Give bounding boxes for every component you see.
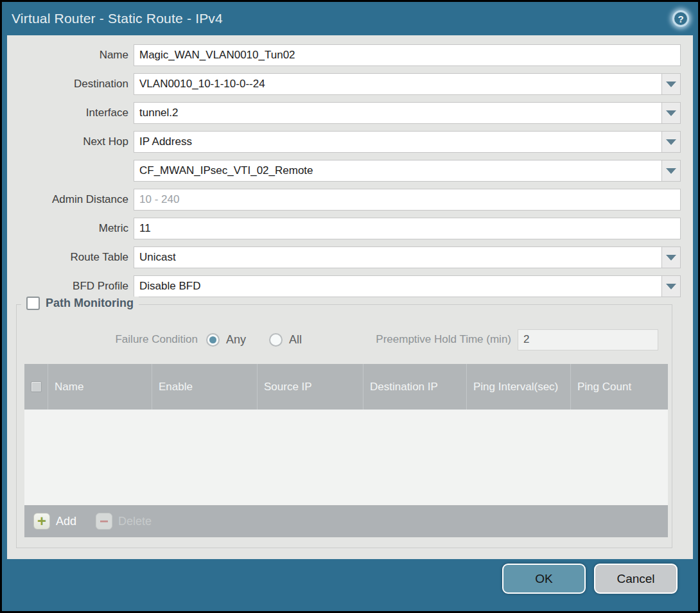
table-body-empty bbox=[24, 410, 668, 505]
name-input[interactable] bbox=[134, 44, 681, 66]
column-header-name: Name bbox=[48, 364, 152, 410]
route-table-row: Route Table bbox=[7, 246, 681, 268]
bfd-profile-row: BFD Profile bbox=[7, 275, 681, 297]
dialog-window: Virtual Router - Static Route - IPv4 ? N… bbox=[0, 0, 700, 613]
destination-dropdown-button[interactable] bbox=[661, 73, 681, 95]
chevron-down-icon bbox=[666, 255, 676, 261]
header-checkbox-cell bbox=[24, 364, 48, 410]
failure-condition-any-radio[interactable] bbox=[206, 333, 220, 347]
route-table-label: Route Table bbox=[7, 251, 134, 264]
failure-condition-all-radio[interactable] bbox=[269, 333, 283, 347]
next-hop-dropdown-button[interactable] bbox=[661, 131, 681, 153]
next-hop-row: Next Hop bbox=[7, 131, 681, 153]
failure-condition-all-label: All bbox=[289, 333, 302, 347]
radio-dot bbox=[209, 336, 216, 343]
metric-input[interactable] bbox=[134, 218, 681, 239]
add-button[interactable]: + Add bbox=[33, 513, 76, 530]
route-table-input[interactable] bbox=[134, 246, 661, 268]
chevron-down-icon bbox=[666, 139, 676, 145]
destination-combo bbox=[134, 73, 681, 95]
footer-bar: OK Cancel bbox=[2, 555, 698, 611]
bfd-profile-input[interactable] bbox=[134, 275, 661, 297]
admin-distance-input[interactable] bbox=[134, 189, 681, 211]
minus-icon: − bbox=[96, 513, 112, 530]
admin-distance-label: Admin Distance bbox=[7, 193, 134, 206]
column-header-destination-ip: Destination IP bbox=[363, 364, 466, 410]
interface-row: Interface bbox=[7, 102, 681, 124]
chevron-down-icon bbox=[666, 110, 676, 116]
interface-input[interactable] bbox=[134, 102, 661, 124]
help-icon[interactable]: ? bbox=[672, 10, 689, 27]
route-table-combo bbox=[134, 246, 681, 268]
chevron-down-icon bbox=[666, 284, 676, 289]
destination-row: Destination bbox=[7, 73, 681, 95]
failure-condition-label: Failure Condition bbox=[17, 333, 198, 346]
bfd-profile-label: BFD Profile bbox=[7, 280, 134, 293]
add-button-label: Add bbox=[56, 515, 76, 528]
route-table-dropdown-button[interactable] bbox=[661, 246, 681, 268]
cancel-button[interactable]: Cancel bbox=[594, 564, 678, 594]
failure-condition-any-label: Any bbox=[226, 333, 246, 347]
path-monitoring-title: Path Monitoring bbox=[46, 297, 134, 310]
chevron-down-icon bbox=[666, 168, 676, 174]
name-label: Name bbox=[7, 49, 134, 62]
name-row: Name bbox=[7, 44, 681, 66]
next-hop-type-input[interactable] bbox=[134, 131, 661, 153]
dialog-title: Virtual Router - Static Route - IPv4 bbox=[12, 11, 223, 26]
plus-icon: + bbox=[33, 513, 50, 530]
interface-combo bbox=[134, 102, 681, 124]
path-monitoring-legend: Path Monitoring bbox=[21, 297, 139, 310]
preemptive-hold-time-label: Preemptive Hold Time (min) bbox=[376, 333, 518, 346]
title-bar: Virtual Router - Static Route - IPv4 ? bbox=[2, 2, 698, 35]
delete-button[interactable]: − Delete bbox=[96, 513, 152, 530]
destination-label: Destination bbox=[7, 78, 134, 91]
column-header-enable: Enable bbox=[152, 364, 257, 410]
table-header: Name Enable Source IP Destination IP Pin… bbox=[24, 364, 668, 410]
column-header-ping-count: Ping Count bbox=[570, 364, 668, 410]
select-all-checkbox[interactable] bbox=[31, 381, 42, 392]
next-hop-address-row bbox=[7, 160, 681, 182]
next-hop-label: Next Hop bbox=[7, 135, 134, 148]
next-hop-address-combo bbox=[134, 160, 681, 182]
preemptive-hold-time-input[interactable] bbox=[518, 329, 658, 350]
next-hop-combo bbox=[134, 131, 681, 153]
destination-input[interactable] bbox=[134, 73, 661, 95]
delete-button-label: Delete bbox=[118, 515, 152, 528]
admin-distance-row: Admin Distance bbox=[7, 189, 681, 211]
ok-button[interactable]: OK bbox=[502, 564, 586, 594]
path-monitoring-section: Path Monitoring Failure Condition Any Al… bbox=[16, 304, 672, 548]
interface-dropdown-button[interactable] bbox=[661, 102, 681, 124]
next-hop-address-dropdown-button[interactable] bbox=[661, 160, 681, 182]
path-monitoring-checkbox[interactable] bbox=[26, 297, 40, 310]
column-header-ping-interval: Ping Interval(sec) bbox=[466, 364, 570, 410]
dialog-body: Name Destination Interface Next Hop bbox=[7, 35, 693, 559]
path-monitoring-table: Name Enable Source IP Destination IP Pin… bbox=[24, 364, 668, 537]
bfd-profile-dropdown-button[interactable] bbox=[661, 275, 681, 297]
chevron-down-icon bbox=[666, 82, 676, 87]
next-hop-address-input[interactable] bbox=[134, 160, 661, 182]
metric-row: Metric bbox=[7, 218, 681, 239]
metric-label: Metric bbox=[7, 222, 134, 235]
interface-label: Interface bbox=[7, 107, 134, 119]
column-header-source-ip: Source IP bbox=[257, 364, 363, 410]
table-toolbar: + Add − Delete bbox=[24, 505, 668, 537]
bfd-profile-combo bbox=[134, 275, 681, 297]
failure-condition-row: Failure Condition Any All Preemptive Hol… bbox=[17, 329, 672, 350]
